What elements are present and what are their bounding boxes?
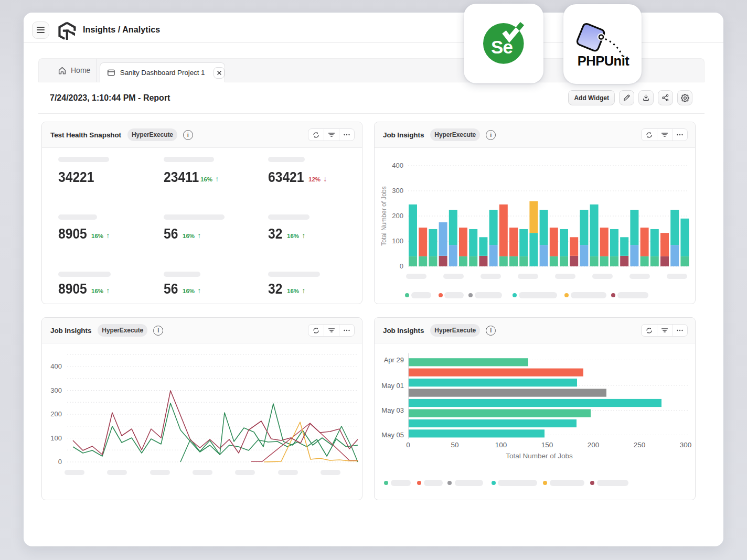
svg-text:PHPUnit: PHPUnit — [578, 53, 630, 68]
svg-text:250: 250 — [634, 441, 646, 449]
svg-text:0: 0 — [406, 441, 410, 449]
svg-text:300: 300 — [680, 441, 692, 449]
svg-text:May 05: May 05 — [381, 431, 404, 439]
svg-text:Se: Se — [491, 37, 513, 57]
svg-text:50: 50 — [451, 441, 458, 449]
svg-text:0: 0 — [58, 458, 62, 466]
svg-text:100: 100 — [392, 237, 403, 245]
svg-text:Apr 29: Apr 29 — [384, 356, 404, 364]
svg-text:May 03: May 03 — [381, 406, 404, 414]
svg-text:Total Number of Jobs: Total Number of Jobs — [380, 186, 388, 245]
svg-text:Total Number of Jobs: Total Number of Jobs — [506, 452, 573, 460]
svg-text:0: 0 — [400, 262, 403, 270]
svg-text:400: 400 — [50, 362, 62, 370]
svg-text:300: 300 — [392, 187, 403, 195]
svg-text:200: 200 — [50, 410, 62, 418]
svg-text:100: 100 — [50, 434, 62, 442]
svg-text:400: 400 — [392, 161, 403, 169]
svg-text:200: 200 — [588, 441, 600, 449]
svg-text:May 01: May 01 — [381, 382, 404, 390]
svg-text:200: 200 — [392, 212, 403, 220]
svg-text:100: 100 — [495, 441, 507, 449]
svg-text:300: 300 — [50, 386, 62, 394]
svg-text:150: 150 — [541, 441, 553, 449]
